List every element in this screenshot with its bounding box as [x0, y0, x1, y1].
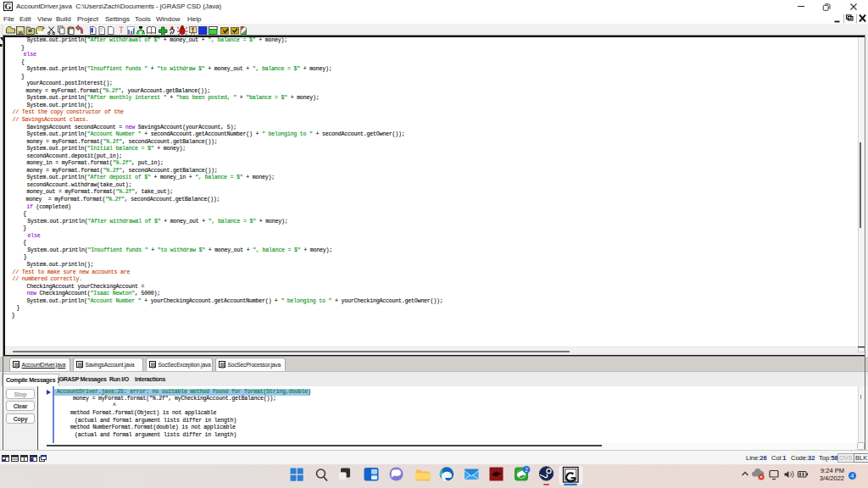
- svg-text:4: 4: [851, 473, 854, 479]
- svg-text:2: 2: [525, 467, 528, 473]
